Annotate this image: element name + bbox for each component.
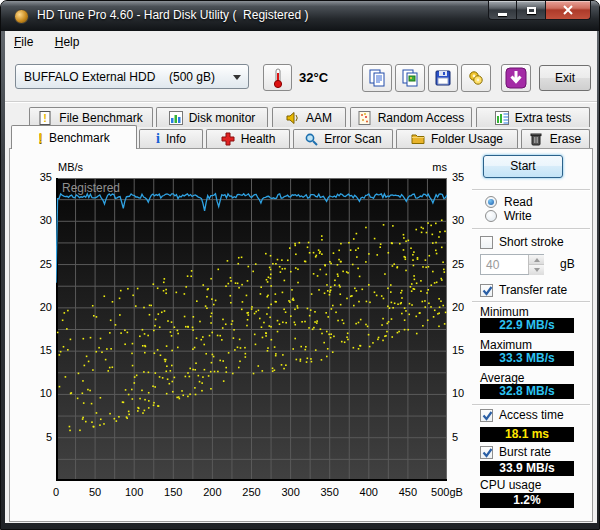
separator: [472, 228, 590, 230]
transfer-rate-checkbox[interactable]: [480, 284, 493, 297]
drive-size: (500 gB): [169, 70, 215, 84]
y-tick-label: 20: [12, 301, 52, 313]
copy-text-button[interactable]: [362, 64, 392, 92]
file-benchmark-icon: !: [39, 111, 53, 125]
download-button[interactable]: [501, 64, 531, 92]
y-right-axis-title: ms: [407, 161, 447, 173]
copy-text-icon: [368, 69, 386, 87]
y-tick-label: 35: [12, 171, 52, 183]
copy-image-button[interactable]: [395, 64, 425, 92]
info-icon: i: [156, 132, 160, 146]
save-icon: [434, 69, 452, 87]
maximum-label: Maximum: [480, 338, 532, 352]
minimize-icon: [498, 13, 507, 16]
chevron-down-icon: [233, 75, 241, 80]
folder-icon: [411, 132, 425, 146]
x-tick-label: 500gB: [425, 486, 469, 498]
separator: [472, 301, 590, 303]
app-icon: [14, 9, 29, 24]
drive-selector[interactable]: BUFFALO External HDD (500 gB): [15, 64, 249, 89]
tab-info[interactable]: i Info: [139, 129, 203, 148]
spin-down-icon[interactable]: [529, 265, 544, 275]
x-tick-label: 100: [112, 486, 156, 498]
write-radio[interactable]: [485, 210, 497, 222]
cpu-usage-label: CPU usage: [480, 478, 541, 492]
download-icon: [505, 67, 527, 89]
random-access-icon: [358, 111, 372, 125]
save-button[interactable]: [428, 64, 458, 92]
x-tick-label: 50: [73, 486, 117, 498]
benchmark-page: MB/s ms Registered 5101520253035 5101520…: [9, 148, 593, 522]
x-tick-label: 300: [269, 486, 313, 498]
tab-label: Health: [241, 132, 276, 146]
maximum-value: 33.3 MB/s: [480, 351, 574, 366]
watermark: Registered: [62, 181, 120, 195]
close-button[interactable]: [546, 1, 591, 20]
tab-extra-tests[interactable]: Extra tests: [476, 107, 590, 127]
speaker-icon: [286, 111, 300, 125]
y-tick-label: 15: [12, 344, 52, 356]
tab-benchmark[interactable]: ! Benchmark: [11, 125, 137, 149]
tab-health[interactable]: Health: [206, 129, 290, 148]
title-bar[interactable]: HD Tune Pro 4.60 - Hard Disk Utility ( R…: [1, 1, 599, 31]
tab-label: Error Scan: [324, 132, 381, 146]
app-window: HD Tune Pro 4.60 - Hard Disk Utility ( R…: [0, 0, 600, 530]
separator: [472, 404, 590, 406]
tab-error-scan[interactable]: Error Scan: [293, 129, 393, 148]
short-stroke-checkbox[interactable]: [480, 236, 493, 249]
minimize-button[interactable]: [488, 1, 517, 20]
extra-tests-icon: [495, 111, 509, 125]
capacity-spinner[interactable]: 40: [480, 254, 544, 275]
burst-rate-checkbox[interactable]: [480, 446, 493, 459]
tab-label: Erase: [550, 132, 581, 146]
tab-label: Extra tests: [515, 111, 572, 125]
transfer-rate-label: Transfer rate: [499, 283, 567, 297]
window-title: HD Tune Pro 4.60 - Hard Disk Utility ( R…: [37, 8, 308, 22]
check-icon: [481, 446, 494, 459]
x-tick-label: 400: [347, 486, 391, 498]
access-time-checkbox[interactable]: [480, 409, 493, 422]
capacity-unit: gB: [560, 257, 575, 271]
tab-random-access[interactable]: Random Access: [350, 107, 472, 127]
tab-aam[interactable]: AAM: [272, 107, 346, 127]
cpu-usage-value: 1.2%: [480, 493, 574, 508]
access-time-value: 18.1 ms: [480, 427, 574, 442]
burst-rate-value: 33.9 MB/s: [480, 461, 574, 476]
close-icon: [563, 5, 573, 15]
x-tick-label: 0: [34, 486, 78, 498]
tab-label: File Benchmark: [59, 111, 142, 125]
y-tick-label: 30: [12, 214, 52, 226]
svg-text:!: !: [43, 112, 47, 124]
x-tick-label: 350: [308, 486, 352, 498]
y-left-axis-title: MB/s: [58, 161, 83, 173]
x-tick-label: 250: [230, 486, 274, 498]
maximize-icon: [527, 7, 536, 14]
tab-file-benchmark[interactable]: ! File Benchmark: [29, 107, 153, 127]
exit-button[interactable]: Exit: [539, 65, 591, 91]
temperature-button[interactable]: [263, 64, 292, 91]
tab-erase[interactable]: Erase: [521, 129, 590, 148]
menu-file[interactable]: File: [5, 31, 42, 53]
tab-label: AAM: [306, 111, 332, 125]
menu-help[interactable]: Help: [46, 31, 89, 53]
thermometer-icon: [272, 68, 284, 88]
check-icon: [481, 284, 494, 297]
tab-label: Random Access: [378, 111, 465, 125]
start-button[interactable]: Start: [483, 155, 563, 178]
check-icon: [481, 409, 494, 422]
options-button[interactable]: [461, 64, 491, 92]
tab-disk-monitor[interactable]: Disk monitor: [156, 107, 268, 127]
toolbar-separator: [5, 101, 597, 103]
spin-up-icon[interactable]: [529, 255, 544, 265]
tab-label: Folder Usage: [431, 132, 503, 146]
maximize-button[interactable]: [517, 1, 546, 20]
read-radio[interactable]: [485, 196, 497, 208]
y-tick-label: 10: [12, 387, 52, 399]
burst-rate-label: Burst rate: [499, 445, 551, 459]
capacity-value: 40: [486, 258, 499, 272]
tab-folder-usage[interactable]: Folder Usage: [396, 129, 518, 148]
tab-label: Benchmark: [49, 131, 110, 145]
temperature-value: 32°C: [299, 70, 328, 85]
y-tick-label: 25: [12, 258, 52, 270]
options-icon: [467, 69, 485, 87]
